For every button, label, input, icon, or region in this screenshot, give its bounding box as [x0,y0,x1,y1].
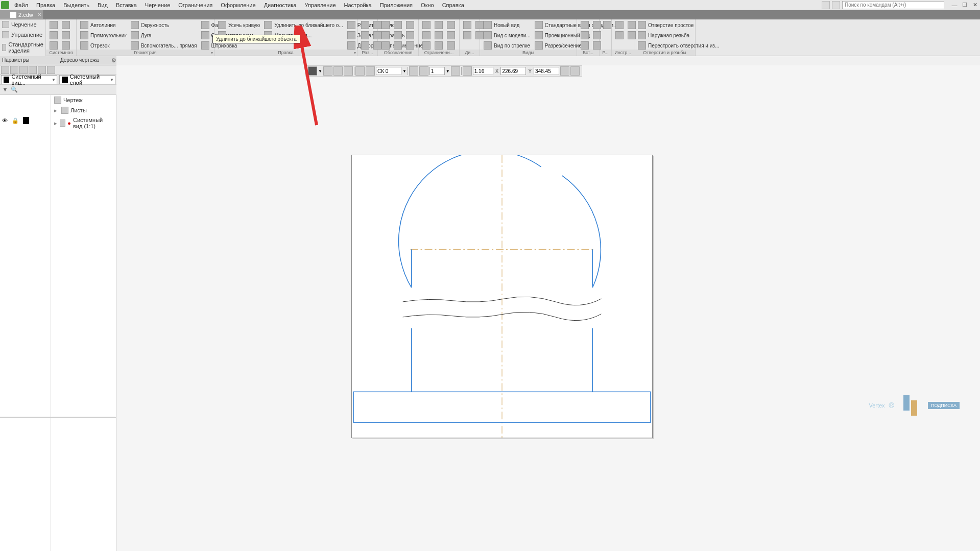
ct-icon-end2[interactable] [570,66,580,76]
command-search-input[interactable] [842,1,944,9]
open-button[interactable] [48,31,59,40]
minimize-button[interactable]: — [951,2,958,8]
autoline-button[interactable]: Автолиния [79,20,128,30]
external-thread-button[interactable]: Наружная резьба [636,31,721,40]
simple-hole-button[interactable]: Отверстие простое [636,20,721,30]
ct-icon-7[interactable] [419,66,428,76]
dropdown-arrow-icon[interactable]: ▼ [446,69,450,74]
eye-icon[interactable]: 👁 [2,117,8,124]
print-button[interactable] [60,31,71,40]
menu-format[interactable]: Оформление [217,2,259,8]
layer-dropdown[interactable]: Системный слой ▼ [59,75,115,84]
new-view-button[interactable]: Новый вид [482,20,532,30]
line-segment-button[interactable]: Отрезок [79,41,128,50]
tree-panel-header[interactable]: Дерево чертежа [58,56,116,65]
ortho-icon[interactable] [409,66,418,76]
tree-system-view[interactable]: ▸ ● Системный вид (1:1) [51,115,116,131]
con-icon-3 [422,41,431,50]
scale-input[interactable] [429,67,445,75]
tree-root[interactable]: Чертеж [51,95,116,105]
zoom-in-icon[interactable] [463,66,472,76]
expand-icon[interactable]: ▸ [54,120,58,127]
undo-button[interactable] [48,41,59,50]
circle-icon [131,21,139,29]
ct-icon-4[interactable] [344,66,353,76]
menu-diagnostics[interactable]: Диагностика [260,2,301,8]
rebuild-holes-button[interactable]: Перестроить отверстия и из... [636,41,721,50]
ck-input[interactable] [376,67,401,75]
menu-insert[interactable]: Вставка [112,2,141,8]
menu-constraints[interactable]: Ограничения [174,2,217,8]
save-button[interactable] [60,20,71,30]
expand-icon[interactable]: ▸ [54,107,59,114]
tb-icon-4[interactable] [29,66,37,74]
filter-icon[interactable]: ▼ [1,85,9,93]
grid-icon[interactable] [355,66,365,76]
menu-drawing[interactable]: Черчение [141,2,175,8]
expand-geometry[interactable]: ▾ [211,51,213,55]
auxline-button[interactable]: Вспомогатель... прямая [129,41,199,50]
zoom-out-icon[interactable] [451,66,460,76]
tb-icon-1[interactable] [1,66,9,74]
layer-color-swatch [62,77,68,83]
maximize-button[interactable]: ☐ [962,2,968,8]
tb-icon-6[interactable] [47,66,55,74]
sysview-icon [60,119,65,127]
rectangle-button[interactable]: Прямоугольник [79,31,128,40]
tb-icon-2[interactable] [10,66,18,74]
search-icon[interactable]: 🔍 [10,85,18,93]
ct-icon-2[interactable] [323,66,332,76]
zoom-input[interactable] [473,67,493,75]
close-button[interactable]: ✕ [972,2,978,8]
parameters-panel-header[interactable]: Параметры [0,56,58,65]
menu-edit[interactable]: Правка [32,2,59,8]
arrow-view-button[interactable]: Вид по стрелке [482,41,532,50]
segment-icon [80,41,88,50]
dropdown-arrow-icon[interactable]: ▼ [402,69,407,74]
canvas-area[interactable]: ▼ ▼ ▼ X Y [116,65,980,551]
layer-icon[interactable] [23,117,29,124]
ct-icon-3[interactable] [333,66,343,76]
model-view-button[interactable]: Вид с модели... [482,31,532,40]
hole-icon [638,21,646,29]
group-label-holes: Отверстия и резьбы [634,50,695,56]
mode-drawing[interactable]: Черчение [0,19,45,30]
tree-divider[interactable] [0,417,116,418]
tree-settings-icon[interactable]: ⚙ [111,57,118,64]
layer-selector-row: Системный вид... ▼ Системный слой ▼ [0,75,116,85]
redo-button[interactable] [60,41,71,50]
circle-button[interactable]: Окружность [129,20,199,30]
mode-management[interactable]: Управление [0,30,45,40]
tree-sheets[interactable]: ▸ Листы [51,105,116,115]
drawing-canvas[interactable] [352,155,652,438]
menu-settings[interactable]: Настройка [340,2,376,8]
expand-edit[interactable]: ▾ [354,51,356,55]
tb-icon-5[interactable] [38,66,46,74]
snap-icon[interactable] [366,66,375,76]
lock-icon[interactable]: 🔒 [12,117,19,124]
arc-button[interactable]: Дуга [129,31,199,40]
y-coord-input[interactable] [534,67,559,75]
x-coord-input[interactable] [500,67,526,75]
watermark-brand: Vertex [869,402,885,409]
trim-curve-button[interactable]: Усечь кривую [217,20,261,30]
tb-icon-3[interactable] [19,66,28,74]
menu-window[interactable]: Окно [417,2,438,8]
menu-apps[interactable]: Приложения [376,2,417,8]
mode-standard-parts[interactable]: Стандартные изделия [0,40,45,55]
management-icon [2,31,9,38]
menu-view[interactable]: Вид [93,2,112,8]
menu-management[interactable]: Управление [300,2,340,8]
ribbon-group-designations: Обозначения [378,19,419,56]
menu-file[interactable]: Файл [10,2,32,8]
tab-close-icon[interactable]: ✕ [37,12,41,17]
layout-icon-1[interactable] [822,1,830,9]
menu-select[interactable]: Выделить [59,2,93,8]
new-button[interactable] [48,20,59,30]
ribbon-group-geometry: Автолиния Прямоугольник Отрезок Окружнос… [77,19,214,56]
ct-icon-end1[interactable] [560,66,569,76]
view-dropdown[interactable]: Системный вид... ▼ [1,75,57,84]
layout-icon-2[interactable] [832,1,840,9]
document-tab[interactable]: 2.cdw ✕ [0,10,44,19]
menu-help[interactable]: Справка [438,2,468,8]
